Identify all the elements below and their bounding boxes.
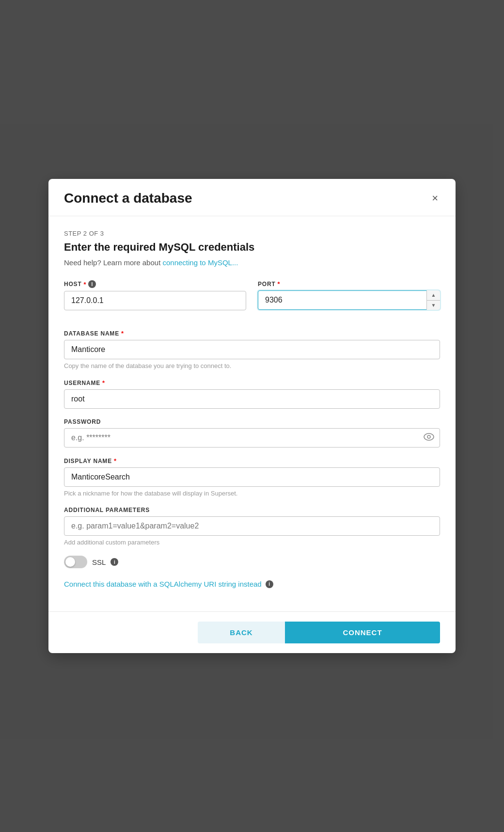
port-input[interactable] <box>258 290 440 310</box>
modal-title: Connect a database <box>64 191 192 206</box>
username-group: USERNAME * <box>64 379 440 409</box>
display-name-group: DISPLAY NAME * Pick a nickname for how t… <box>64 457 440 497</box>
ssl-row: SSL i <box>64 556 440 568</box>
display-name-input[interactable] <box>64 467 440 487</box>
password-input[interactable] <box>64 428 440 448</box>
password-visibility-toggle[interactable] <box>424 433 434 443</box>
password-label: PASSWORD <box>64 418 440 425</box>
modal-overlay: Connect a database × STEP 2 OF 3 Enter t… <box>0 0 504 832</box>
host-port-row: HOST * i PORT * ▲ ▼ <box>64 280 440 320</box>
step-heading: Enter the required MySQL credentials <box>64 241 440 254</box>
toggle-knob <box>65 557 75 567</box>
ssl-toggle[interactable] <box>64 556 87 568</box>
host-info-icon: i <box>88 280 96 288</box>
port-decrement-button[interactable]: ▼ <box>427 301 440 310</box>
database-name-label: DATABASE NAME * <box>64 330 440 337</box>
database-name-required: * <box>121 330 124 337</box>
password-wrapper <box>64 428 440 448</box>
help-link[interactable]: connecting to MySQL... <box>162 258 238 267</box>
additional-params-hint: Add additional custom parameters <box>64 539 440 546</box>
back-button[interactable]: BACK <box>198 622 285 643</box>
additional-params-label: ADDITIONAL PARAMETERS <box>64 507 440 513</box>
display-name-label: DISPLAY NAME * <box>64 457 440 464</box>
modal-body: STEP 2 OF 3 Enter the required MySQL cre… <box>48 216 456 611</box>
port-input-wrapper: ▲ ▼ <box>258 290 440 310</box>
host-group: HOST * i <box>64 280 246 310</box>
ssl-label: SSL <box>92 558 106 566</box>
database-name-hint: Copy the name of the database you are tr… <box>64 362 440 369</box>
sqlalchemy-info-icon: i <box>266 580 273 588</box>
modal-footer: BACK CONNECT <box>48 611 456 653</box>
additional-params-group: ADDITIONAL PARAMETERS Add additional cus… <box>64 507 440 546</box>
port-label: PORT * <box>258 280 440 288</box>
database-name-group: DATABASE NAME * Copy the name of the dat… <box>64 330 440 369</box>
port-spinner: ▲ ▼ <box>426 290 440 310</box>
port-required: * <box>278 280 281 288</box>
host-required: * <box>84 281 87 288</box>
additional-params-input[interactable] <box>64 516 440 536</box>
help-text: Need help? Learn more about connecting t… <box>64 258 440 267</box>
password-group: PASSWORD <box>64 418 440 448</box>
connect-database-modal: Connect a database × STEP 2 OF 3 Enter t… <box>48 179 456 653</box>
port-group: PORT * ▲ ▼ <box>258 280 440 310</box>
username-label: USERNAME * <box>64 379 440 386</box>
sqlalchemy-link-row: Connect this database with a SQLAlchemy … <box>64 580 440 588</box>
host-input[interactable] <box>64 291 246 310</box>
display-name-hint: Pick a nickname for how the database wil… <box>64 490 440 497</box>
host-label: HOST * i <box>64 280 246 288</box>
modal-header: Connect a database × <box>48 179 456 216</box>
database-name-input[interactable] <box>64 340 440 359</box>
port-increment-button[interactable]: ▲ <box>427 290 440 301</box>
help-prefix: Need help? Learn more about <box>64 258 162 267</box>
username-required: * <box>102 379 105 386</box>
sqlalchemy-link[interactable]: Connect this database with a SQLAlchemy … <box>64 580 262 588</box>
svg-point-1 <box>427 435 430 438</box>
connect-button[interactable]: CONNECT <box>285 622 440 643</box>
username-input[interactable] <box>64 389 440 409</box>
step-label: STEP 2 OF 3 <box>64 230 440 237</box>
ssl-info-icon: i <box>110 558 118 566</box>
close-button[interactable]: × <box>430 191 440 206</box>
svg-point-0 <box>424 433 434 440</box>
display-name-required: * <box>114 457 117 464</box>
